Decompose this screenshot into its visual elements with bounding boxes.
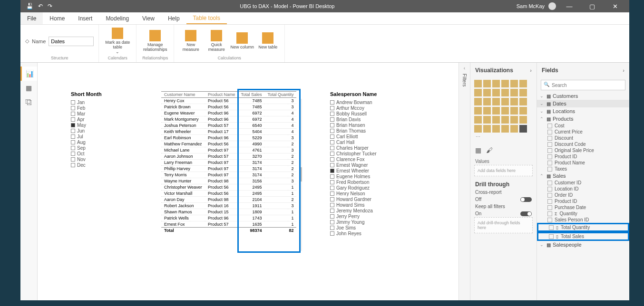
viz-type-icon[interactable] [492,98,500,105]
slicer-sales-item[interactable]: Clarence Fox [330,157,425,162]
table-row[interactable]: Henry CoxProduct 5674853 [161,98,296,104]
field-item[interactable]: Product ID [537,198,629,204]
checkbox-icon[interactable] [330,209,334,213]
field-checkbox[interactable] [547,181,552,185]
checkbox-icon[interactable] [330,231,334,236]
table-row[interactable]: Aaron JohnsonProduct 5732702 [161,153,296,160]
slicer-sales-item[interactable]: Brian Davis [330,117,425,122]
viz-type-icon[interactable] [492,125,500,133]
slicer-sales-item[interactable]: Brian Hansen [330,123,425,128]
field-checkbox[interactable] [549,234,554,239]
table-visual[interactable]: Customer NameProduct NameTotal SalesTota… [161,91,296,233]
checkbox-icon[interactable] [71,157,75,162]
table-row[interactable]: Victor MarshallProduct 5624951 [161,191,296,197]
checkbox-icon[interactable] [71,163,75,167]
checkbox-icon[interactable] [330,134,334,139]
viz-type-icon[interactable] [492,80,500,87]
slicer-sales-item[interactable]: Howard Sims [330,202,425,208]
format-tab-icon[interactable]: 🖌 [486,146,493,154]
checkbox-icon[interactable] [330,180,334,184]
tab-insert[interactable]: Insert [71,12,99,24]
checkbox-icon[interactable] [330,157,334,162]
viz-type-icon[interactable] [519,89,527,96]
slicer-month-item[interactable]: Aug [71,140,123,145]
slicer-sales-item[interactable]: Jerry Perry [330,214,425,219]
field-table[interactable]: ⌄▦Salespeople [537,241,629,249]
table-row[interactable]: Earl RobinsonProduct 9652293 [161,135,296,141]
tab-help[interactable]: Help [161,12,186,24]
viz-type-icon[interactable] [510,107,518,115]
filters-pane-collapsed[interactable]: ‹ Filters [459,63,470,300]
viz-type-icon[interactable] [483,116,491,124]
column-header[interactable]: Product Name [205,92,238,98]
checkbox-icon[interactable] [71,140,75,144]
viz-type-icon[interactable] [519,107,527,115]
field-table[interactable]: ⌄▦Locations [537,107,629,115]
field-table[interactable]: ⌄▦Customers [537,92,629,100]
checkbox-icon[interactable] [330,203,334,207]
table-row[interactable]: Christopher WeaverProduct 5624951 [161,184,296,191]
viz-type-icon[interactable] [501,98,509,105]
viz-more-icon[interactable]: ⋯ [474,134,482,142]
checkbox-icon[interactable] [330,123,334,127]
checkbox-icon[interactable] [71,152,75,156]
slicer-sales-item[interactable]: Ernest Wheeler [330,168,425,173]
viz-type-icon[interactable] [483,107,491,115]
name-input[interactable] [49,37,94,46]
field-checkbox[interactable] [547,211,552,216]
tab-table-tools[interactable]: Table tools [186,12,227,24]
viz-type-icon[interactable] [492,116,500,124]
report-view-icon[interactable]: 📊 [20,67,37,81]
checkbox-icon[interactable] [71,100,75,105]
tab-modeling[interactable]: Modeling [99,12,136,24]
field-item[interactable]: Discount [537,135,629,141]
chevron-icon[interactable]: ⌄ [540,94,545,98]
slicer-sales-item[interactable]: Arthur Mccoy [330,105,425,111]
table-row[interactable]: Patrick BrownProduct 5674853 [161,104,296,110]
field-checkbox[interactable] [547,187,552,191]
new-table-button[interactable]: New table [256,32,280,50]
field-table[interactable]: ⌃▦Products [537,115,629,123]
viz-type-icon[interactable] [519,80,527,87]
viz-type-icon[interactable] [501,107,509,115]
slicer-month-item[interactable]: Oct [71,151,123,156]
table-row[interactable]: Michael LaneProduct 9747613 [161,147,296,153]
field-checkbox[interactable] [547,154,552,159]
slicer-month-item[interactable]: Dec [71,163,123,168]
expand-filters-icon[interactable]: ‹ [464,66,465,71]
field-item[interactable]: Current Price [537,129,629,135]
checkbox-icon[interactable] [330,169,334,173]
viz-type-icon[interactable] [474,116,482,124]
slicer-sales-item[interactable]: Charles Harper [330,145,425,151]
table-row[interactable]: Phillip HarveyProduct 9731742 [161,166,296,172]
chevron-icon[interactable]: ⌄ [540,101,545,106]
table-row[interactable]: Keith WheelerProduct 1754044 [161,129,296,135]
viz-type-icon[interactable] [483,89,491,96]
collapse-viz-icon[interactable]: › [530,67,532,73]
field-item[interactable]: Location ID [537,186,629,192]
table-row[interactable]: Patrick WellsProduct 9617431 [161,215,296,221]
checkbox-icon[interactable] [330,220,334,224]
drill-drop[interactable]: Add drill-through fields here [474,217,533,233]
slicer-sales-item[interactable]: Eugene Holmes [330,174,425,179]
cross-report-toggle[interactable] [520,197,532,202]
viz-type-icon[interactable] [510,125,518,133]
column-header[interactable]: Customer Name [161,92,205,98]
field-item[interactable]: ▯Total Sales [537,232,629,241]
undo-icon[interactable]: ↶ [38,3,43,10]
checkbox-icon[interactable] [330,140,334,144]
slicer-sales-item[interactable]: Joe Sims [330,225,425,230]
column-header[interactable]: Total Quantity [264,92,296,98]
maximize-button[interactable]: ▢ [583,3,602,10]
field-item[interactable]: Product ID [537,153,629,160]
slicer-month-item[interactable]: May [71,123,123,128]
checkbox-icon[interactable] [71,123,75,127]
field-checkbox[interactable] [547,124,552,128]
viz-type-icon[interactable] [519,98,527,105]
slicer-salesperson[interactable]: Salesperson Name Andrew BowmanArthur Mcc… [330,91,425,237]
field-item[interactable]: Original Sale Price [537,147,629,153]
table-row[interactable]: Shawn RamosProduct 1518091 [161,209,296,215]
checkbox-icon[interactable] [330,174,334,179]
chevron-icon[interactable]: ⌄ [540,109,545,114]
slicer-sales-item[interactable]: Andrew Bowman [330,100,425,105]
